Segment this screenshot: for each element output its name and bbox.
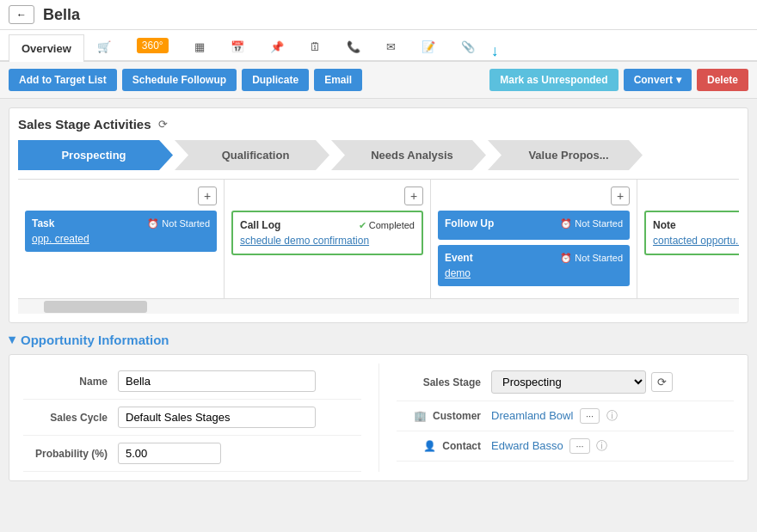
card-calllog-status: ✔ Completed bbox=[359, 220, 415, 231]
delete-button[interactable]: Delete bbox=[697, 69, 748, 91]
card-followup-header: Follow Up ⏰ Not Started bbox=[445, 217, 623, 229]
page-header: ← Bella bbox=[0, 0, 757, 30]
card-event-status: ⏰ Not Started bbox=[560, 253, 623, 264]
grid-icon: ▦ bbox=[194, 40, 205, 53]
pipeline: Prospecting Qualification Needs Analysis… bbox=[18, 140, 739, 170]
tab-360[interactable]: 360° bbox=[124, 30, 182, 60]
pin-icon: 📌 bbox=[270, 40, 284, 53]
card-task-type: Task bbox=[32, 217, 54, 229]
add-target-button[interactable]: Add to Target List bbox=[9, 69, 117, 91]
card-note-type: Note bbox=[653, 219, 676, 231]
convert-chevron-icon: ▾ bbox=[676, 74, 681, 86]
actions-bar: Add to Target List Schedule Followup Dup… bbox=[0, 62, 757, 99]
schedule-followup-button[interactable]: Schedule Followup bbox=[122, 69, 237, 91]
add-prospecting-button[interactable]: + bbox=[198, 187, 217, 205]
tab-phone[interactable]: 📞 bbox=[334, 33, 373, 60]
tab-overview[interactable]: Overview bbox=[9, 34, 84, 62]
card-calllog-link[interactable]: schedule demo confirmation bbox=[240, 235, 415, 247]
tab-pin[interactable]: 📌 bbox=[257, 33, 297, 60]
card-calllog-status-label: Completed bbox=[369, 220, 415, 230]
card-followup: Follow Up ⏰ Not Started bbox=[438, 211, 630, 240]
contact-label: 👤 Contact bbox=[397, 440, 491, 452]
tab-calendar2[interactable]: 🗓 bbox=[297, 33, 334, 60]
probability-input[interactable] bbox=[118, 443, 221, 464]
opp-name-row: Name bbox=[23, 364, 361, 400]
customer-more-button[interactable]: ··· bbox=[580, 408, 600, 424]
tab-cart[interactable]: 🛒 bbox=[84, 33, 124, 60]
stage-qualification[interactable]: Qualification bbox=[175, 140, 329, 170]
sales-stage-history-button[interactable]: ⟳ bbox=[651, 372, 673, 392]
stage-needs-analysis[interactable]: Needs Analysis bbox=[331, 140, 486, 170]
tab-attachment[interactable]: 📎 bbox=[448, 33, 488, 60]
notes-icon: 📝 bbox=[422, 40, 435, 53]
contact-label-text: Contact bbox=[442, 440, 481, 452]
name-input[interactable] bbox=[118, 370, 316, 392]
add-needs-button[interactable]: + bbox=[611, 187, 630, 205]
convert-button[interactable]: Convert ▾ bbox=[624, 69, 692, 91]
page-title: Bella bbox=[43, 6, 80, 24]
opportunity-header[interactable]: ▾ Opportunity Information bbox=[9, 332, 748, 347]
sales-stage-select[interactable]: Prospecting bbox=[491, 370, 646, 394]
card-task-status: ⏰ Not Started bbox=[147, 218, 210, 229]
card-calllog: Call Log ✔ Completed schedule demo confi… bbox=[231, 211, 423, 255]
tabs-bar: Overview 🛒 360° ▦ 📅 📌 🗓 📞 ✉ 📝 📎 ↓ bbox=[0, 30, 757, 62]
card-task: Task ⏰ Not Started opp. created bbox=[25, 211, 217, 252]
sales-cycle-value-wrap bbox=[118, 407, 361, 428]
customer-icon: 🏢 bbox=[414, 410, 427, 422]
opp-probability-row: Probability (%) bbox=[23, 436, 361, 472]
col-qualification-add: + bbox=[231, 187, 423, 205]
col-prospecting-add: + bbox=[25, 187, 217, 205]
card-note-link[interactable]: contacted opportu... bbox=[653, 235, 739, 247]
contact-link[interactable]: Edward Basso bbox=[491, 439, 563, 452]
contact-icon: 👤 bbox=[423, 440, 436, 452]
opp-sales-stage-row: Sales Stage Prospecting ⟳ bbox=[397, 364, 734, 401]
name-value-wrap bbox=[118, 370, 361, 392]
mark-unresponded-button[interactable]: Mark as Unresponded bbox=[489, 69, 618, 91]
opportunity-body: Name Sales Cycle Probability (%) bbox=[9, 354, 748, 481]
sales-stage-value-wrap: Prospecting ⟳ bbox=[491, 370, 734, 394]
contact-info-icon[interactable]: ⓘ bbox=[596, 439, 607, 452]
opportunity-section: ▾ Opportunity Information Name Sales Cyc… bbox=[9, 332, 748, 481]
check-icon: ✔ bbox=[359, 220, 366, 231]
sales-cycle-input[interactable] bbox=[118, 407, 316, 428]
email-button[interactable]: Email bbox=[314, 69, 362, 91]
card-task-status-label: Not Started bbox=[162, 218, 210, 229]
phone-icon: 📞 bbox=[347, 40, 360, 53]
opp-customer-row: 🏢 Customer Dreamland Bowl ··· ⓘ bbox=[397, 401, 734, 431]
stage-prospecting[interactable]: Prospecting bbox=[18, 140, 173, 170]
col-value-prop: + Note contacted opportu... bbox=[637, 180, 739, 298]
add-qualification-button[interactable]: + bbox=[404, 187, 423, 205]
tab-calendar[interactable]: 📅 bbox=[218, 33, 257, 60]
customer-link[interactable]: Dreamland Bowl bbox=[491, 409, 573, 422]
back-button[interactable]: ← bbox=[9, 5, 34, 24]
customer-value-wrap: Dreamland Bowl ··· ⓘ bbox=[491, 408, 734, 424]
stage-value-prop-label: Value Propos... bbox=[528, 149, 608, 162]
scroll-thumb[interactable] bbox=[44, 301, 147, 313]
contact-more-button[interactable]: ··· bbox=[569, 438, 589, 454]
card-task-link[interactable]: opp. created bbox=[32, 233, 210, 245]
arrow-down-icon: ↓ bbox=[491, 42, 499, 60]
card-calllog-type: Call Log bbox=[240, 219, 280, 231]
stage-value-prop[interactable]: Value Propos... bbox=[488, 140, 643, 170]
scroll-area bbox=[18, 298, 739, 314]
name-label: Name bbox=[23, 376, 118, 388]
customer-info-icon[interactable]: ⓘ bbox=[606, 409, 618, 422]
attachment-icon: 📎 bbox=[461, 40, 475, 53]
refresh-icon[interactable]: ⟳ bbox=[158, 118, 168, 131]
email-icon: ✉ bbox=[386, 40, 396, 53]
tab-grid[interactable]: ▦ bbox=[182, 33, 218, 60]
col-value-add: + bbox=[644, 187, 739, 205]
sales-cycle-label: Sales Cycle bbox=[23, 412, 118, 424]
tab-email[interactable]: ✉ bbox=[373, 33, 409, 60]
clock-followup-icon: ⏰ bbox=[560, 218, 572, 229]
col-needs-analysis: + Follow Up ⏰ Not Started Event ⏰ Not St… bbox=[431, 180, 637, 298]
clock-icon: ⏰ bbox=[147, 218, 159, 229]
duplicate-button[interactable]: Duplicate bbox=[242, 69, 309, 91]
card-event-link[interactable]: demo bbox=[445, 267, 623, 279]
section-title: Sales Stage Activities bbox=[18, 117, 151, 131]
tab-360-label: 360° bbox=[137, 38, 169, 53]
tab-notes[interactable]: 📝 bbox=[409, 33, 448, 60]
sales-stage-section: Sales Stage Activities ⟳ Prospecting Qua… bbox=[9, 107, 748, 323]
cart-icon: 🛒 bbox=[97, 40, 111, 53]
sales-stage-label: Sales Stage bbox=[397, 376, 491, 388]
